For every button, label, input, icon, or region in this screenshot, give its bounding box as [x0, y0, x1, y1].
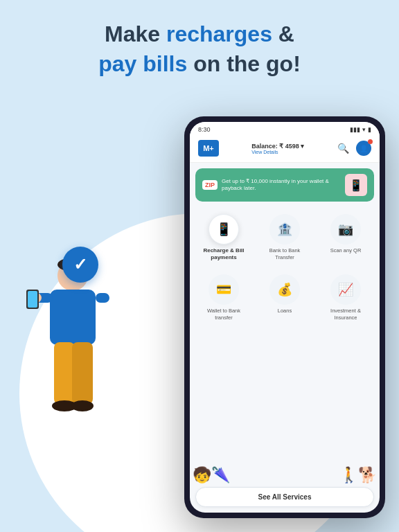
status-bar: 8:30 ▮▮▮ ▾ ▮	[190, 122, 380, 136]
wifi-icon: ▾	[362, 126, 366, 133]
headline: Make recharges & pay bills on the go!	[0, 19, 399, 79]
see-all-services-button[interactable]: See All Services	[195, 487, 374, 507]
services-grid: 📱 Recharge & Billpayments 🏦 Bank to Bank…	[195, 210, 374, 325]
avatar-icon: 👤	[360, 145, 368, 152]
service-wallet-transfer[interactable]: 💳 Wallet to Banktransfer	[195, 270, 252, 326]
recharge-label: Recharge & Billpayments	[203, 247, 244, 262]
banner-icon: 📱	[345, 174, 367, 196]
scan-qr-icon: 📷	[338, 222, 353, 237]
bottom-illustrations: 🧒🌂 🚶🐕	[190, 456, 380, 484]
balance-info[interactable]: Balance: ₹ 4598 ▾ View Details	[251, 143, 304, 154]
banner-phone-icon: 📱	[349, 179, 363, 192]
banner-content: ZIP Get up to ₹ 10,000 instantly in your…	[202, 178, 345, 193]
service-bank-transfer[interactable]: 🏦 Bank to BankTransfer	[256, 210, 313, 266]
profile-button[interactable]: 👤	[356, 141, 371, 156]
promo-banner[interactable]: ZIP Get up to ₹ 10,000 instantly in your…	[195, 168, 374, 202]
tablet-device: 8:30 ▮▮▮ ▾ ▮ M+ Balance: ₹ 4598 ▾ View D…	[184, 116, 385, 518]
investment-icon-wrap: 📈	[330, 274, 361, 305]
service-recharge[interactable]: 📱 Recharge & Billpayments	[195, 210, 252, 266]
svg-point-11	[71, 400, 94, 411]
scan-qr-label: Scan any QR	[330, 247, 362, 254]
notification-badge	[368, 139, 373, 144]
wallet-transfer-icon: 💳	[216, 282, 231, 297]
headline-line2: pay bills on the go!	[98, 51, 301, 76]
search-button[interactable]: 🔍	[337, 141, 351, 155]
logo-text: M+	[203, 144, 214, 152]
bank-transfer-icon: 🏦	[277, 222, 292, 237]
svg-rect-8	[54, 342, 75, 405]
headline-recharges: recharges	[166, 21, 272, 46]
app-logo: M+	[198, 140, 219, 157]
view-details-link[interactable]: View Details	[251, 150, 304, 154]
left-illustration: 🧒🌂	[193, 466, 230, 484]
service-scan-qr[interactable]: 📷 Scan any QR	[317, 210, 374, 266]
loans-icon-wrap: 💰	[269, 274, 300, 305]
svg-rect-9	[72, 342, 93, 405]
headline-line1: Make recharges &	[105, 21, 294, 46]
service-investment[interactable]: 📈 Investment &Insurance	[317, 270, 374, 326]
balance-amount: Balance: ₹ 4598 ▾	[251, 143, 304, 150]
bank-transfer-label: Bank to BankTransfer	[269, 247, 301, 261]
battery-icon: ▮	[368, 126, 371, 133]
loans-icon: 💰	[277, 282, 292, 297]
recharge-icon: 📱	[216, 222, 231, 237]
headline-pay-bills: pay bills	[98, 51, 187, 76]
signal-icon: ▮▮▮	[350, 126, 360, 133]
header-section: Make recharges & pay bills on the go!	[0, 19, 399, 79]
zip-logo: ZIP	[202, 180, 218, 190]
scan-qr-icon-wrap: 📷	[330, 214, 361, 245]
service-loans[interactable]: 💰 Loans	[256, 270, 313, 326]
svg-rect-2	[50, 290, 96, 345]
svg-rect-6	[28, 291, 37, 308]
investment-icon: 📈	[338, 282, 353, 297]
check-bubble	[62, 247, 98, 283]
status-icons: ▮▮▮ ▾ ▮	[350, 126, 371, 133]
time-display: 8:30	[198, 126, 211, 133]
see-services-label: See All Services	[258, 493, 312, 501]
right-illustration: 🚶🐕	[339, 466, 377, 484]
tablet-screen: 8:30 ▮▮▮ ▾ ▮ M+ Balance: ₹ 4598 ▾ View D…	[190, 122, 380, 513]
header-actions: 🔍 👤	[337, 141, 371, 156]
logo-box: M+	[198, 140, 219, 157]
services-section: 📱 Recharge & Billpayments 🏦 Bank to Bank…	[190, 207, 380, 456]
svg-rect-7	[96, 293, 109, 303]
bank-transfer-icon-wrap: 🏦	[269, 214, 300, 245]
banner-text: Get up to ₹ 10,000 instantly in your wal…	[222, 178, 345, 193]
app-header: M+ Balance: ₹ 4598 ▾ View Details 🔍 👤	[190, 136, 380, 163]
wallet-transfer-icon-wrap: 💳	[209, 274, 239, 305]
wallet-transfer-label: Wallet to Banktransfer	[207, 308, 240, 321]
investment-label: Investment &Insurance	[330, 308, 361, 321]
loans-label: Loans	[278, 308, 292, 314]
recharge-icon-wrap: 📱	[209, 214, 239, 245]
person-illustration	[21, 255, 104, 490]
